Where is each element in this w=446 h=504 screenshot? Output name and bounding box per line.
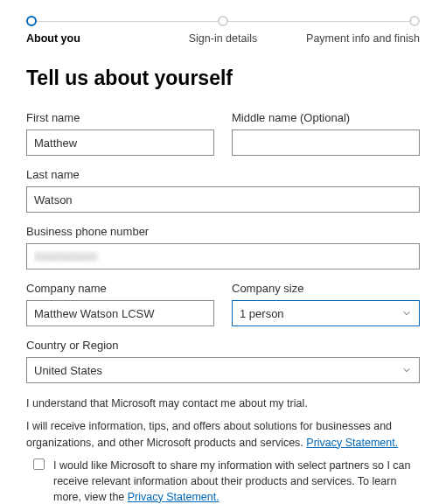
phone-label: Business phone number: [26, 225, 420, 238]
step-label: Sign-in details: [189, 32, 258, 46]
progress-tracker: About you Sign-in details Payment info a…: [26, 16, 420, 46]
last-name-field: Last name: [26, 168, 420, 213]
company-size-field: Company size 1 person: [232, 282, 420, 326]
company-name-label: Company name: [26, 282, 214, 295]
last-name-label: Last name: [26, 168, 420, 181]
middle-name-field: Middle name (Optional): [232, 111, 420, 156]
chevron-down-icon: [401, 365, 412, 375]
partner-share-text-a: I would like Microsoft to share my infor…: [53, 459, 411, 503]
middle-name-input[interactable]: [232, 130, 420, 156]
country-field: Country or Region United States: [26, 339, 420, 383]
phone-field: Business phone number: [26, 225, 420, 270]
partner-share-checkbox[interactable]: [33, 458, 45, 470]
phone-input[interactable]: [26, 243, 420, 270]
step-circle-icon: [218, 16, 228, 26]
step-circle-icon: [409, 16, 420, 26]
step-circle-icon: [26, 16, 37, 26]
step-about-you: About you: [26, 16, 157, 46]
country-value: United States: [34, 364, 102, 377]
step-label: Payment info and finish: [306, 32, 420, 46]
first-name-label: First name: [26, 111, 214, 124]
privacy-statement-link-2[interactable]: Privacy Statement.: [128, 491, 220, 503]
first-name-field: First name: [26, 111, 214, 156]
step-sign-in-details: Sign-in details: [158, 16, 289, 46]
partner-share-row: I would like Microsoft to share my infor…: [33, 458, 420, 504]
info-text-1: I understand that Microsoft may contact …: [26, 396, 420, 411]
step-payment-info: Payment info and finish: [290, 16, 421, 46]
company-name-field: Company name: [26, 282, 214, 326]
page-title: Tell us about yourself: [26, 66, 420, 90]
middle-name-label: Middle name (Optional): [232, 111, 420, 124]
partner-share-text: I would like Microsoft to share my infor…: [53, 458, 420, 504]
chevron-down-icon: [401, 308, 412, 318]
country-label: Country or Region: [26, 339, 420, 352]
info-text-2: I will receive information, tips, and of…: [26, 418, 420, 450]
first-name-input[interactable]: [26, 130, 214, 156]
step-label: About you: [26, 32, 80, 46]
company-name-input[interactable]: [26, 300, 214, 326]
country-select[interactable]: United States: [26, 357, 420, 383]
company-size-select[interactable]: 1 person: [232, 300, 420, 326]
last-name-input[interactable]: [26, 186, 420, 213]
company-size-label: Company size: [232, 282, 420, 295]
company-size-value: 1 person: [240, 307, 284, 320]
privacy-statement-link[interactable]: Privacy Statement.: [306, 437, 398, 449]
